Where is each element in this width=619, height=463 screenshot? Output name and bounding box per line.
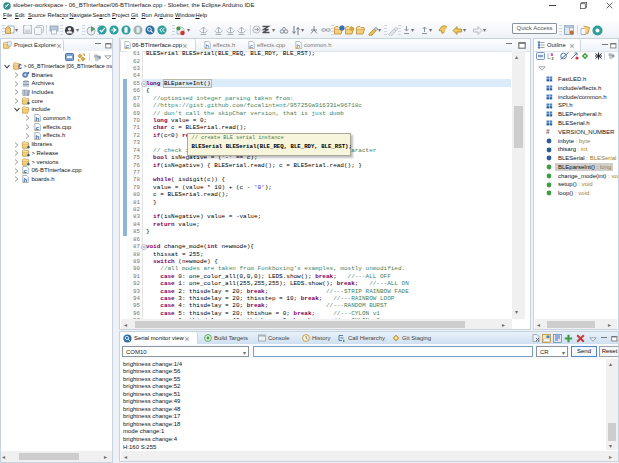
svg-text:z: z xyxy=(552,56,555,60)
